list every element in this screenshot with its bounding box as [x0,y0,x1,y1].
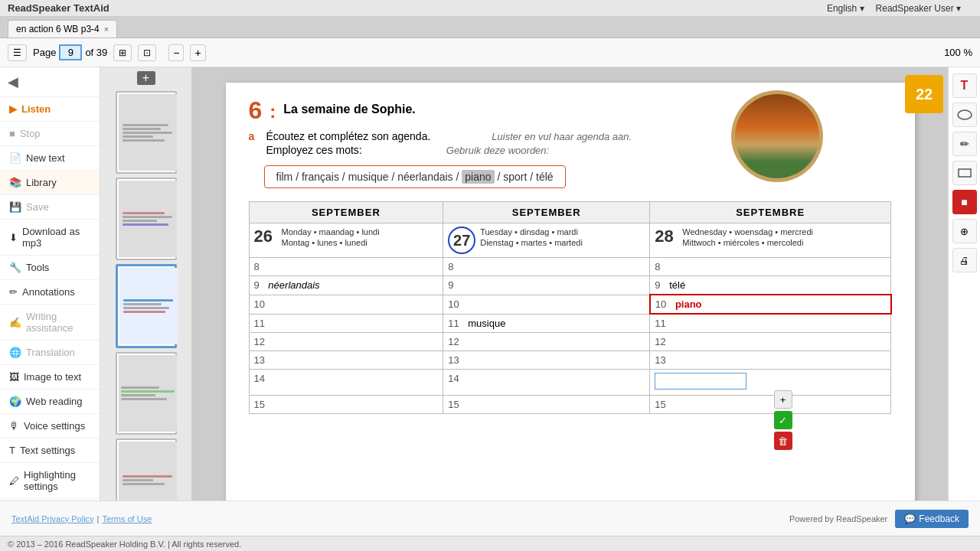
col2-time-13: 13 [443,351,650,370]
image-icon: 🖼 [9,371,19,383]
document-tab[interactable]: en action 6 WB p3-4 × [8,20,117,37]
color-red-icon: ■ [961,196,967,208]
sidebar-item-label: Web reading [26,396,82,407]
col3-date-days: Wednesday • woensdag • mercrediMittwoch … [682,227,813,249]
sidebar-item-image-to-text[interactable]: 🖼 Image to text [0,365,100,390]
print-icon: 🖨 [959,255,969,266]
annotation-confirm-button[interactable]: ✓ [774,411,792,429]
col1-time-12: 12 [249,333,443,351]
sidebar-back-button[interactable]: ◀ [0,67,100,97]
col1-time-10: 10 [249,295,443,314]
highlighting-icon: 🖊 [9,475,19,487]
rectangle-icon [957,168,972,178]
panel-toggle-button[interactable]: ☰ [8,44,27,61]
col3-date-num: 28 [655,227,678,246]
rectangle-tool-button[interactable] [952,161,977,185]
col3-time-9: 9 télé [650,276,891,295]
page-number-input[interactable]: 9 [59,44,82,60]
table-row-11: 11 11 musique 11 [249,314,891,333]
sidebar-item-voice-settings[interactable]: 🎙 Voice settings [0,414,100,439]
col3-time-11: 11 [650,314,891,333]
sidebar-item-writing-assistance[interactable]: ✍ Writing assistance [0,305,100,341]
close-tab-button[interactable]: × [104,24,109,34]
sidebar-item-highlighting-settings[interactable]: 🖊 Highlighting settings [0,463,100,499]
cursor-icon: ⊕ [960,226,969,237]
page-thumbnail-5[interactable] [116,439,177,500]
sidebar-item-label: Tools [26,262,49,273]
page-thumbnail-4[interactable] [116,352,177,435]
thumbnail-panel[interactable]: + [100,67,192,500]
col3-entry-10: piano [675,298,702,310]
sidebar-item-library[interactable]: 📚 Library [0,171,100,195]
col1-time-11: 11 [249,314,443,333]
pencil-tool-button[interactable]: ✏ [952,132,977,156]
col1-date-days: Monday • maandag • lundiMontag • lunes •… [282,227,380,249]
zoom-out-button[interactable]: − [168,44,184,61]
page-thumbnail-1[interactable] [116,91,177,174]
feedback-button[interactable]: 💬 Feedback [895,510,969,528]
annotations-icon: ✏ [9,286,18,298]
sidebar-item-label: Text settings [20,445,75,456]
annotation-add-button[interactable]: + [774,390,792,409]
col1-date-cell: 26 Monday • maandag • lundiMontag • lune… [249,223,443,258]
sidebar-item-translation[interactable]: 🌐 Translation [0,341,100,365]
svg-rect-1 [959,169,971,177]
col2-entry-11: musique [468,318,505,329]
topbar: ReadSpeaker TextAid English ▾ ReadSpeake… [0,0,980,17]
col3-time-8: 8 [650,258,891,276]
download-icon: ⬇ [9,232,18,243]
sidebar-item-label: Save [26,201,49,213]
view-mode-1-button[interactable]: ⊞ [113,44,132,61]
badge-number: 22 [905,75,943,113]
col3-time-14[interactable] [650,370,891,396]
table-row-9: 9 néerlandais 9 9 télé [249,276,891,295]
sub-label-a: a [249,130,260,142]
word-bank: film / français / musique / néerlandais … [264,165,566,188]
oval-tool-button[interactable] [952,103,977,127]
language-selector[interactable]: English ▾ [827,3,864,14]
calendar-header-sep2: SEPTEMBER [443,202,650,223]
page-thumbnail-2[interactable] [116,178,177,260]
sidebar-item-new-text[interactable]: 📄 New text [0,146,100,171]
col2-time-9: 9 [443,276,650,295]
annotation-delete-button[interactable]: 🗑 [774,432,792,450]
footer-separator: | [97,514,100,523]
terms-link[interactable]: Terms of Use [102,514,152,523]
col3-time-10[interactable]: 10 piano [650,295,891,314]
page-thumbnail-3[interactable] [116,264,177,348]
sidebar-item-tools[interactable]: 🔧 Tools [0,256,100,280]
sidebar-item-label: Stop [20,128,41,139]
sidebar-item-stop[interactable]: ■ Stop [0,122,100,146]
add-thumbnail-button[interactable]: + [137,71,155,85]
text-tool-button[interactable]: T [952,73,977,98]
color-red-button[interactable]: ■ [952,190,977,214]
print-button[interactable]: 🖨 [952,248,977,272]
web-icon: 🌍 [9,396,21,407]
page-view[interactable]: 6 : La semaine de Sophie. a Écoutez et c… [192,67,948,500]
col2-time-12: 12 [443,333,650,351]
toolbar: ☰ Page 9 of 39 ⊞ ⊡ − + 100 % [0,38,980,67]
page-label: Page [33,47,56,58]
stop-icon: ■ [9,128,15,139]
col1-time-13: 13 [249,351,443,370]
sub-right-a2: Gebruik deze woorden: [446,145,549,156]
section-number: 6 [249,98,263,122]
cursor-tool-button[interactable]: ⊕ [952,219,977,243]
sidebar-item-save[interactable]: 💾 Save [0,195,100,220]
sidebar-item-download-mp3[interactable]: ⬇ Download as mp3 [0,220,100,256]
sidebar-item-text-settings[interactable]: T Text settings [0,439,100,463]
privacy-policy-link[interactable]: TextAid Privacy Policy [11,514,94,523]
sidebar-item-web-reading[interactable]: 🌍 Web reading [0,390,100,414]
powered-by: Powered by ReadSpeaker [789,514,887,523]
col2-time-10: 10 [443,295,650,314]
zoom-in-button[interactable]: + [190,44,205,61]
table-row-8: 8 8 8 [249,258,891,276]
col1-time-14: 14 [249,370,443,396]
calendar-header-sep3: SEPTEMBRE [650,202,891,223]
app-title: ReadSpeaker TextAid [8,2,109,14]
user-menu[interactable]: ReadSpeaker User ▾ [876,3,961,14]
sidebar-item-annotations[interactable]: ✏ Annotations [0,280,100,305]
view-mode-2-button[interactable]: ⊡ [138,44,156,61]
student-image [731,90,823,182]
sidebar-item-listen[interactable]: ▶ Listen [0,97,100,122]
